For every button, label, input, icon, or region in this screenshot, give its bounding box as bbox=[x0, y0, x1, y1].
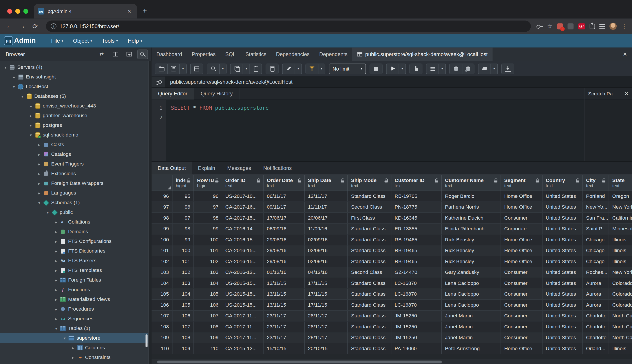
select-all-corner-cell[interactable] bbox=[152, 175, 172, 190]
tree-item-casts[interactable]: ▸Casts bbox=[0, 140, 149, 150]
data-cell[interactable]: 102 bbox=[172, 267, 194, 278]
edit-button[interactable] bbox=[283, 64, 295, 74]
forward-icon[interactable]: → bbox=[17, 23, 28, 30]
data-cell[interactable]: Colorado bbox=[609, 300, 632, 310]
data-cell[interactable]: 95 bbox=[172, 191, 194, 202]
browser-tab[interactable]: pg pgAdmin 4 ✕ bbox=[34, 4, 137, 18]
data-cell[interactable]: Rick Bensley bbox=[442, 245, 501, 256]
data-cell[interactable]: US-2017-10... bbox=[222, 191, 264, 202]
data-cell[interactable]: United States bbox=[542, 267, 583, 278]
extensions-puzzle-icon[interactable] bbox=[590, 24, 595, 29]
data-cell[interactable]: Janet Martin bbox=[442, 310, 501, 321]
data-cell[interactable]: Home Office bbox=[501, 191, 542, 202]
row-number-cell[interactable]: 102 bbox=[152, 256, 172, 267]
connection-status[interactable] bbox=[152, 76, 165, 87]
data-cell[interactable]: Standard Class bbox=[348, 256, 391, 267]
row-number-cell[interactable]: 98 bbox=[152, 213, 172, 223]
data-cell[interactable]: GZ-14470 bbox=[391, 267, 442, 278]
scratch-pad-close-icon[interactable]: ✕ bbox=[625, 91, 628, 96]
chevron-down-icon[interactable]: ▾ bbox=[11, 84, 17, 89]
chevron-right-icon[interactable]: ▸ bbox=[53, 297, 59, 302]
data-cell[interactable]: LC-16870 bbox=[391, 300, 442, 310]
data-cell[interactable]: Second Class bbox=[348, 202, 391, 212]
row-number-cell[interactable]: 110 bbox=[152, 343, 172, 354]
row-number-cell[interactable]: 108 bbox=[152, 322, 172, 332]
row-number-cell[interactable]: 99 bbox=[152, 224, 172, 234]
tree-grid-button[interactable] bbox=[110, 50, 121, 59]
data-cell[interactable]: 101 bbox=[194, 245, 222, 256]
chevron-right-icon[interactable]: ▸ bbox=[11, 75, 17, 79]
new-tab-button[interactable]: + bbox=[137, 7, 153, 18]
data-cell[interactable]: United States bbox=[542, 332, 583, 343]
data-cell[interactable]: Illinois bbox=[609, 343, 632, 354]
chevron-right-icon[interactable]: ▸ bbox=[53, 220, 59, 224]
column-header-customer-id[interactable]: Customer IDtext bbox=[391, 175, 442, 190]
edit-options-button[interactable]: ▾ bbox=[295, 64, 301, 74]
data-cell[interactable]: Aurora bbox=[583, 278, 609, 288]
copy-button[interactable] bbox=[230, 64, 243, 74]
data-cell[interactable]: CA-2017-16... bbox=[222, 202, 264, 212]
filter-button[interactable] bbox=[306, 64, 318, 74]
grid-scroll-area[interactable]: indexbigintRow IDbigintOrder IDtextOrder… bbox=[152, 175, 632, 359]
tree-filter-button[interactable] bbox=[124, 50, 134, 59]
data-cell[interactable]: New York bbox=[609, 202, 632, 212]
save-options-button[interactable]: ▾ bbox=[179, 64, 186, 74]
row-number-cell[interactable]: 104 bbox=[152, 278, 172, 288]
tab-dashboard[interactable]: Dashboard bbox=[152, 48, 187, 61]
data-cell[interactable]: 06/09/16 bbox=[264, 224, 305, 234]
data-cell[interactable]: New Yo... bbox=[583, 202, 609, 212]
data-cell[interactable]: CA-2017-11... bbox=[222, 322, 264, 332]
tab-dependencies[interactable]: Dependencies bbox=[271, 48, 314, 61]
chevron-right-icon[interactable]: ▸ bbox=[53, 316, 59, 321]
data-cell[interactable]: Home Office bbox=[501, 234, 542, 245]
close-window-button[interactable] bbox=[7, 9, 12, 14]
tab-statistics[interactable]: Statistics bbox=[241, 48, 271, 61]
chevron-down-icon[interactable]: ▾ bbox=[19, 94, 25, 98]
data-cell[interactable]: Standard Class bbox=[348, 224, 391, 234]
data-cell[interactable]: Charlotte bbox=[583, 310, 609, 321]
data-cell[interactable]: Home Office bbox=[501, 202, 542, 212]
data-cell[interactable]: 23/11/17 bbox=[264, 332, 305, 343]
data-cell[interactable]: 17/11/15 bbox=[305, 289, 348, 300]
data-cell[interactable]: 17/06/17 bbox=[264, 213, 305, 223]
data-cell[interactable]: California bbox=[609, 213, 632, 223]
chevron-right-icon[interactable]: ▸ bbox=[53, 268, 59, 272]
data-cell[interactable]: JM-15250 bbox=[391, 310, 442, 321]
chevron-right-icon[interactable]: ▸ bbox=[53, 249, 59, 253]
menu-help[interactable]: Help▾ bbox=[124, 38, 148, 44]
data-cell[interactable]: Consumer bbox=[501, 267, 542, 278]
data-cell[interactable]: Standard Class bbox=[348, 332, 391, 343]
download-button[interactable] bbox=[502, 64, 514, 74]
play-button[interactable] bbox=[387, 64, 399, 74]
data-cell[interactable]: 15/10/15 bbox=[264, 343, 305, 354]
chevron-down-icon[interactable]: ▾ bbox=[45, 210, 51, 214]
tree-item-fts-templates[interactable]: ▸FTS Templates bbox=[0, 266, 149, 275]
data-cell[interactable]: United States bbox=[542, 202, 583, 212]
tree-item-localhost[interactable]: ▾LocalHost bbox=[0, 82, 149, 92]
data-cell[interactable]: Consumer bbox=[501, 322, 542, 332]
data-cell[interactable]: JM-15250 bbox=[391, 322, 442, 332]
column-header-index[interactable]: indexbigint bbox=[172, 175, 194, 190]
data-cell[interactable]: Chicago bbox=[583, 256, 609, 267]
find-button[interactable] bbox=[207, 64, 219, 74]
chevron-right-icon[interactable]: ▸ bbox=[28, 104, 34, 108]
data-cell[interactable]: 108 bbox=[172, 332, 194, 343]
browser-menu-icon[interactable]: ⋮ bbox=[621, 23, 627, 30]
tree-item-domains[interactable]: ▸Domains bbox=[0, 227, 149, 236]
tree-item-collations[interactable]: ▸Collations bbox=[0, 217, 149, 227]
data-cell[interactable]: Second Class bbox=[348, 267, 391, 278]
fullscreen-window-button[interactable] bbox=[23, 9, 28, 14]
data-cell[interactable]: Roger Barcio bbox=[442, 191, 501, 202]
data-cell[interactable]: Standard Class bbox=[348, 245, 391, 256]
data-cell[interactable]: First Class bbox=[348, 213, 391, 223]
data-cell[interactable]: Home Office bbox=[501, 343, 542, 354]
find-options-button[interactable]: ▾ bbox=[219, 64, 226, 74]
data-cell[interactable]: Standard Class bbox=[348, 300, 391, 310]
chevron-right-icon[interactable]: ▸ bbox=[53, 307, 59, 311]
chevron-right-icon[interactable]: ▸ bbox=[36, 191, 42, 195]
chevron-right-icon[interactable]: ▸ bbox=[53, 239, 59, 244]
data-cell[interactable]: CA-2015-12... bbox=[222, 343, 264, 354]
data-cell[interactable]: 110 bbox=[194, 343, 222, 354]
data-cell[interactable]: 17/11/15 bbox=[305, 278, 348, 288]
data-cell[interactable]: Saint P... bbox=[583, 224, 609, 234]
